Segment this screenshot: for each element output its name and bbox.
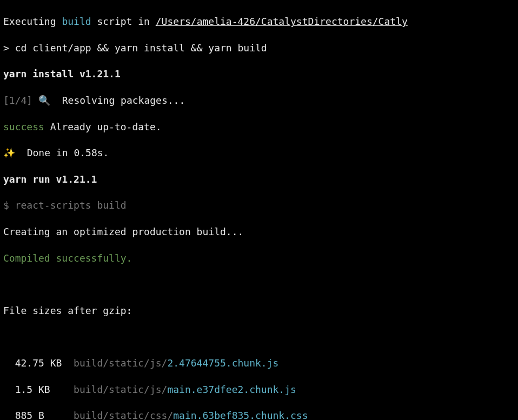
file-name: 2.47644755.chunk.js <box>167 357 278 369</box>
terminal-output[interactable]: Executing build script in /Users/amelia-… <box>0 0 518 420</box>
magnifier-icon: 🔍 <box>32 95 62 106</box>
prompt: > <box>3 42 15 54</box>
header-mid: script in <box>91 16 156 27</box>
file-path: build/static/css/ <box>74 410 173 420</box>
header-build: build <box>62 16 91 27</box>
success-line: success Already up-to-date. <box>3 121 515 134</box>
yarn-install-line: yarn install v1.21.1 <box>3 68 515 81</box>
blank-line <box>3 278 515 291</box>
yarn-run-line: yarn run v1.21.1 <box>3 173 515 186</box>
file-path: build/static/js/ <box>74 384 167 395</box>
file-size: 885 B <box>15 409 74 420</box>
file-path: build/static/js/ <box>74 357 167 369</box>
file-name: main.e37dfee2.chunk.js <box>167 384 296 395</box>
file-size: 1.5 KB <box>15 383 74 396</box>
file-row: 1.5 KBbuild/static/js/main.e37dfee2.chun… <box>3 383 515 396</box>
command-line: > cd client/app && yarn install && yarn … <box>3 42 515 55</box>
header-path: /Users/amelia-426/CatalystDirectories/Ca… <box>156 16 408 27</box>
command-text: cd client/app && yarn install && yarn bu… <box>15 42 267 54</box>
file-row: 885 Bbuild/static/css/main.63bef835.chun… <box>3 409 515 420</box>
compiled-line: Compiled successfully. <box>3 252 515 265</box>
resolve-text: Resolving packages... <box>62 95 185 106</box>
success-label: success <box>3 121 44 132</box>
header-line: Executing build script in /Users/amelia-… <box>3 15 515 28</box>
done-install-line: ✨ Done in 0.58s. <box>3 146 515 159</box>
step-indicator: [1/4] <box>3 95 32 106</box>
file-size: 42.75 KB <box>15 357 74 370</box>
resolve-line: [1/4] 🔍 Resolving packages... <box>3 94 515 107</box>
file-row: 42.75 KBbuild/static/js/2.47644755.chunk… <box>3 357 515 370</box>
filesizes-header: File sizes after gzip: <box>3 304 515 317</box>
file-name: main.63bef835.chunk.css <box>173 410 308 420</box>
sparkle-icon: ✨ <box>3 147 27 158</box>
react-scripts-line: $ react-scripts build <box>3 199 515 212</box>
creating-line: Creating an optimized production build..… <box>3 225 515 238</box>
success-text: Already up-to-date. <box>44 121 162 132</box>
header-prefix: Executing <box>3 16 62 27</box>
done-install-text: Done in 0.58s. <box>27 147 109 158</box>
blank-line <box>3 330 515 343</box>
